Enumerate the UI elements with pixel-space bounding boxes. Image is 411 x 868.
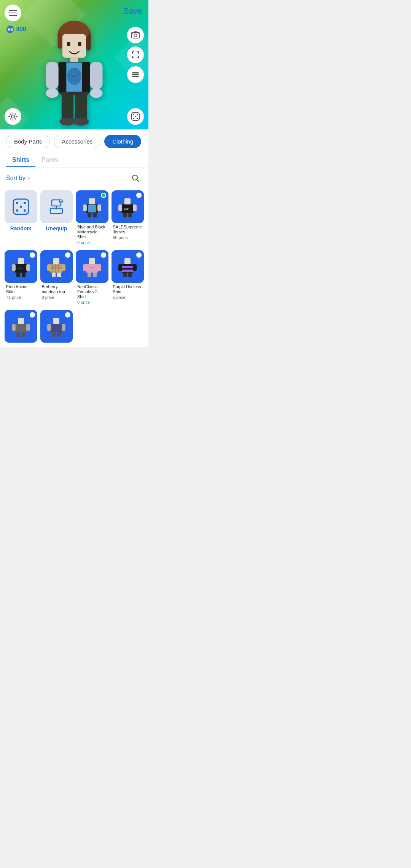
unequip-icon <box>46 197 66 217</box>
svg-rect-81 <box>89 258 95 264</box>
sub-tabs: Shirts Pants <box>0 153 148 168</box>
svg-rect-97 <box>12 324 16 331</box>
svg-text:EMO: EMO <box>18 267 23 270</box>
svg-rect-69 <box>53 258 59 264</box>
svg-rect-58 <box>133 204 137 211</box>
svg-rect-68 <box>22 273 25 277</box>
svg-rect-57 <box>118 204 122 211</box>
list-item[interactable]: SUP SALESurpreme Jersey 60 price <box>112 190 144 247</box>
svg-rect-15 <box>46 62 59 89</box>
item-name: Burberry bandeau top <box>40 283 73 295</box>
svg-point-34 <box>133 118 134 119</box>
shirt-preview <box>81 255 104 278</box>
svg-text:SUP: SUP <box>124 207 129 210</box>
svg-rect-102 <box>50 324 62 332</box>
item-price: 71 price <box>5 295 37 302</box>
svg-text:R$: R$ <box>8 27 13 32</box>
list-item[interactable] <box>40 310 73 343</box>
svg-rect-86 <box>93 273 97 277</box>
list-item[interactable]: Random <box>5 190 37 247</box>
status-dot <box>136 252 142 258</box>
sort-by-button[interactable]: Sort by › <box>6 174 30 182</box>
random-label: Random <box>5 223 37 235</box>
svg-rect-83 <box>83 264 87 271</box>
svg-point-25 <box>134 34 137 37</box>
list-item[interactable]: Burberry bandeau top 8 price <box>40 250 73 307</box>
tab-clothing[interactable]: Clothing <box>104 135 141 148</box>
svg-rect-50 <box>88 205 96 212</box>
svg-point-17 <box>46 88 59 98</box>
svg-rect-103 <box>47 324 51 331</box>
svg-rect-80 <box>57 273 61 277</box>
svg-rect-99 <box>16 332 20 337</box>
item-price: 5 price <box>112 295 144 302</box>
bottom-panel: Body Parts Accessories Clothing Shirts P… <box>0 129 148 347</box>
shirt-preview <box>45 315 68 338</box>
expand-icon <box>131 50 140 59</box>
svg-rect-60 <box>123 213 127 217</box>
item-name: NeoClassic Female v2 - Shirt <box>76 283 108 300</box>
svg-rect-91 <box>118 264 122 271</box>
photo-button[interactable] <box>127 27 144 43</box>
search-icon <box>131 174 140 183</box>
svg-point-43 <box>20 206 22 208</box>
status-dot <box>136 193 142 198</box>
item-price: 0 price <box>76 240 108 247</box>
list-item[interactable]: Unequip <box>40 190 73 247</box>
dice-icon <box>131 112 140 121</box>
svg-rect-89 <box>121 266 134 268</box>
svg-rect-77 <box>47 264 51 271</box>
item-name: Purple Useless Shirt <box>112 283 144 295</box>
list-item[interactable]: Blue and Black Motorcycle Shirt 0 price <box>76 190 108 247</box>
status-dot <box>30 312 35 318</box>
svg-rect-28 <box>132 74 139 75</box>
shirt-preview: EMO <box>10 255 32 278</box>
list-item[interactable]: NeoClassic Female v2 - Shirt 0 price <box>76 250 108 307</box>
svg-rect-16 <box>90 62 102 89</box>
expand-button[interactable] <box>127 46 144 63</box>
list-item[interactable]: Purple Useless Shirt 5 price <box>112 250 144 307</box>
status-dot <box>101 252 106 258</box>
svg-point-18 <box>90 88 102 98</box>
photo-icon <box>131 30 140 40</box>
shirt-preview <box>45 255 68 278</box>
avatar-section: Save R$ 400 <box>0 0 148 129</box>
svg-point-12 <box>67 68 81 85</box>
shirt-preview <box>10 315 32 338</box>
svg-point-30 <box>11 115 14 118</box>
status-dot <box>65 252 70 258</box>
menu-button[interactable] <box>5 5 21 21</box>
search-button[interactable] <box>129 171 142 185</box>
svg-rect-27 <box>132 72 139 73</box>
svg-rect-64 <box>12 264 16 271</box>
tab-body-parts[interactable]: Body Parts <box>6 135 50 148</box>
svg-rect-61 <box>128 213 132 217</box>
tab-pants[interactable]: Pants <box>35 153 64 167</box>
svg-point-35 <box>137 118 138 119</box>
svg-rect-84 <box>97 264 101 271</box>
svg-rect-90 <box>121 270 134 272</box>
item-name: Emo Anime Shirt <box>5 283 37 295</box>
svg-rect-85 <box>88 273 91 277</box>
dice-button[interactable] <box>127 108 144 125</box>
settings-button[interactable] <box>5 108 21 125</box>
tab-accessories[interactable]: Accessories <box>54 135 100 148</box>
list-item[interactable] <box>5 310 37 343</box>
item-price: 0 price <box>76 300 108 307</box>
svg-rect-100 <box>22 332 25 337</box>
list-icon <box>131 70 140 79</box>
svg-rect-79 <box>52 273 56 277</box>
sort-by-label: Sort by <box>6 175 25 182</box>
list-item[interactable]: EMO Emo Anime Shirt 71 price <box>5 250 37 307</box>
svg-rect-78 <box>62 264 65 271</box>
sort-chevron-icon: › <box>28 174 30 182</box>
svg-rect-87 <box>124 258 131 264</box>
status-dot <box>30 252 35 258</box>
list-button[interactable] <box>127 66 144 83</box>
svg-rect-21 <box>61 92 88 95</box>
svg-rect-104 <box>62 324 65 331</box>
svg-point-39 <box>16 202 18 204</box>
settings-icon <box>8 112 18 121</box>
tab-shirts[interactable]: Shirts <box>6 153 35 167</box>
save-button[interactable]: Save <box>123 6 142 16</box>
